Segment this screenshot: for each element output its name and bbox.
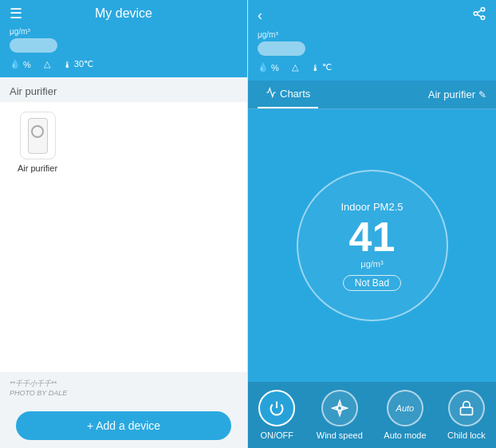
device-list: Air purifier bbox=[0, 102, 247, 372]
auto-text: Auto bbox=[396, 403, 415, 413]
share-icon[interactable] bbox=[472, 6, 486, 24]
right-header: ‹ μg/m³ 💧 % △ 🌡 ℃ bbox=[248, 0, 496, 81]
ug-label-right: μg/m³ bbox=[258, 30, 486, 39]
right-panel: ‹ μg/m³ 💧 % △ 🌡 ℃ bbox=[248, 0, 496, 448]
control-wind[interactable]: Wind speed bbox=[317, 390, 363, 440]
right-header-top: ‹ bbox=[258, 6, 486, 24]
tabs-bar: Charts Air purifier ✎ bbox=[248, 81, 496, 109]
humidity-value: % bbox=[23, 60, 31, 69]
tab-charts-label: Charts bbox=[280, 88, 310, 100]
right-temp-value: ℃ bbox=[322, 62, 332, 73]
add-device-button[interactable]: + Add a device bbox=[16, 411, 231, 440]
ug-label-left: μg/m³ bbox=[10, 27, 238, 36]
gauge-area: Indoor PM2.5 41 μg/m³ Not Bad bbox=[248, 109, 496, 382]
right-stat-wind: △ bbox=[292, 62, 298, 73]
control-power[interactable]: ON/OFF bbox=[258, 390, 295, 440]
tab-air-purifier-label: Air purifier bbox=[428, 88, 475, 100]
stat-humidity: 💧 % bbox=[10, 59, 31, 69]
device-image bbox=[20, 112, 56, 159]
right-stat-humidity: 💧 % bbox=[258, 62, 279, 73]
gauge-value: 41 bbox=[349, 216, 396, 257]
tab-air-purifier[interactable]: Air purifier ✎ bbox=[428, 88, 486, 100]
child-lock-icon-circle bbox=[448, 390, 485, 426]
auto-icon-circle: Auto bbox=[387, 390, 423, 426]
gauge-status: Not Bad bbox=[343, 275, 401, 291]
tab-charts[interactable]: Charts bbox=[258, 81, 318, 108]
right-temp-icon: 🌡 bbox=[311, 63, 320, 73]
humidity-icon: 💧 bbox=[10, 59, 21, 69]
device-item[interactable]: Air purifier bbox=[10, 112, 65, 173]
control-wind-label: Wind speed bbox=[317, 430, 363, 440]
control-auto[interactable]: Auto Auto mode bbox=[384, 390, 426, 440]
svg-point-1 bbox=[474, 12, 478, 16]
controls-bar: ON/OFF Wind speed Auto Auto mode bbox=[248, 382, 496, 448]
left-title: My device bbox=[95, 6, 152, 21]
add-device-bar: + Add a device bbox=[0, 403, 247, 448]
svg-point-6 bbox=[337, 406, 342, 411]
right-humidity-icon: 💧 bbox=[258, 62, 269, 73]
stat-temp: 🌡 30℃ bbox=[63, 59, 93, 69]
power-icon-circle bbox=[258, 390, 295, 426]
stat-wind: △ bbox=[44, 59, 50, 69]
svg-line-4 bbox=[477, 10, 481, 13]
gauge-circle: Indoor PM2.5 41 μg/m³ Not Bad bbox=[297, 170, 448, 321]
watermark: **千千小千千**PHOTO BY DALE bbox=[0, 372, 247, 403]
right-humidity-value: % bbox=[271, 63, 279, 73]
edit-icon: ✎ bbox=[478, 89, 486, 100]
gauge-unit: μg/m³ bbox=[360, 259, 383, 269]
air-purifier-shape bbox=[28, 118, 48, 154]
left-header: ☰ My device μg/m³ 💧 % △ 🌡 30℃ bbox=[0, 0, 247, 77]
control-auto-label: Auto mode bbox=[384, 430, 426, 440]
back-icon[interactable]: ‹ bbox=[258, 7, 262, 24]
wind-icon: △ bbox=[44, 59, 50, 69]
ug-bar-left bbox=[10, 38, 57, 53]
left-panel: ☰ My device μg/m³ 💧 % △ 🌡 30℃ Air purifi… bbox=[0, 0, 248, 448]
right-stats: 💧 % △ 🌡 ℃ bbox=[258, 62, 486, 73]
menu-icon[interactable]: ☰ bbox=[10, 5, 22, 22]
watermark-text: **千千小千千**PHOTO BY DALE bbox=[10, 379, 67, 397]
svg-rect-7 bbox=[460, 407, 472, 415]
left-stats: 💧 % △ 🌡 30℃ bbox=[10, 59, 238, 69]
svg-point-0 bbox=[481, 8, 485, 12]
section-title: Air purifier bbox=[0, 77, 247, 102]
temp-value: 30℃ bbox=[74, 59, 93, 69]
right-wind-icon: △ bbox=[292, 62, 298, 73]
control-child-lock-label: Child lock bbox=[447, 430, 486, 440]
device-name: Air purifier bbox=[18, 163, 57, 173]
control-child-lock[interactable]: Child lock bbox=[447, 390, 486, 440]
charts-icon bbox=[266, 87, 277, 100]
gauge-label: Indoor PM2.5 bbox=[341, 201, 403, 213]
wind-icon-circle bbox=[321, 390, 358, 426]
svg-line-3 bbox=[477, 14, 481, 17]
right-stat-temp: 🌡 ℃ bbox=[311, 62, 332, 73]
left-header-top: ☰ My device bbox=[10, 6, 238, 21]
control-power-label: ON/OFF bbox=[260, 430, 293, 440]
ug-bar-right bbox=[258, 41, 305, 56]
temp-icon: 🌡 bbox=[63, 60, 72, 69]
svg-point-2 bbox=[481, 16, 485, 20]
